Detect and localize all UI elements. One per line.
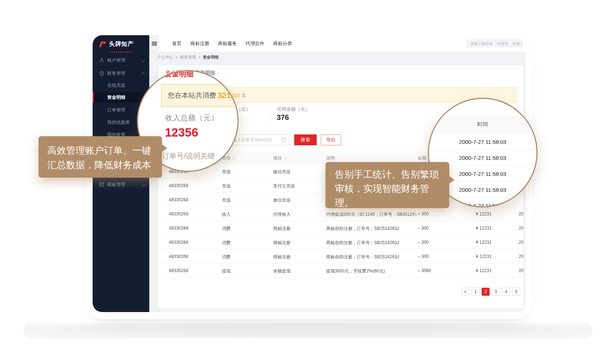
chevron-up-icon <box>142 72 145 76</box>
nav-items: 首页 商标注册 商标服务 代理合作 商标分类 <box>172 40 292 47</box>
chevron-down-icon <box>142 183 145 186</box>
cell-amount: – 300 <box>418 254 429 259</box>
breadcrumb-separator: > <box>175 55 178 60</box>
cell-amount: – 300 <box>418 240 429 245</box>
menu-toggle[interactable] <box>149 35 159 52</box>
cell-desc: 提现3000元，手续费2%(60元) <box>326 268 385 274</box>
sidebar-item-template[interactable]: 模板管理 <box>93 179 149 190</box>
nav-item-trademark-register[interactable]: 商标注册 <box>190 40 209 47</box>
sidebar-item-label: 模板管理 <box>107 182 125 188</box>
cell-balance: ¥ 12231 <box>476 211 491 217</box>
cell-desc: 商标自助注册，订单号：SB2514263J <box>326 254 399 260</box>
cell-order: 48330268 <box>169 197 188 202</box>
logo-text: 头牌知产 <box>109 40 134 48</box>
cell-type: 消费 <box>222 226 231 232</box>
header-amount: 金额 <box>418 155 426 161</box>
cell-balance: ¥ 12231 <box>476 268 491 273</box>
pagination-prev[interactable]: < <box>461 288 469 296</box>
chevron-down-icon <box>142 58 145 62</box>
cell-time: 2000-7-27 11:58:03 <box>519 240 523 245</box>
cell-type: 消费 <box>222 240 231 246</box>
header-desc: 说明 <box>326 155 335 161</box>
cell-balance: ¥ 12231 <box>476 226 491 231</box>
sidebar-item-online-recharge[interactable]: 在线充值 <box>93 80 149 91</box>
laptop-base <box>24 323 592 338</box>
sidebar-item-label: 账户管理 <box>107 57 125 64</box>
callout-right-line3: 理。 <box>335 196 440 210</box>
table-row: 48330268 提现 余额提现 提现3000元，手续费2%(60元) – 30… <box>158 263 523 278</box>
cell-balance: ¥ 12231 <box>476 254 491 259</box>
cell-order: 48330268 <box>169 240 188 245</box>
sidebar-item-label: 财务管理 <box>107 70 125 77</box>
breadcrumb: 个人中心 > 财务管理 > 资金明细 <box>149 52 526 63</box>
cell-type: 充值 <box>222 197 231 203</box>
pagination: < 1 2 3 4 5 <box>461 288 520 296</box>
cell-order: 48330268 <box>169 183 188 188</box>
sidebar-item-account[interactable]: 账户管理 <box>93 55 149 66</box>
pagination-page-2-active[interactable]: 2 <box>482 288 490 296</box>
magnified-income-value: 12356 <box>165 126 198 139</box>
callout-left: 高效管理账户订单、一键 汇总数据，降低财务成本 <box>38 136 162 178</box>
callout-right-line1: 告别手工统计、告别繁琐 <box>335 167 440 182</box>
hamburger-icon <box>152 42 157 45</box>
cell-project: 微信充值 <box>273 169 291 175</box>
cell-desc: 商标自助注册，订单号：SB2514263J <box>326 240 399 246</box>
stat-balance-value: 376 <box>277 113 289 122</box>
cell-type: 提现 <box>222 268 231 274</box>
table-row: 48330268 消费 商标注册 商标自助注册，订单号：SB2514263J –… <box>158 235 523 249</box>
magnified-time-header: 时间 <box>429 114 536 134</box>
callout-right: 告别手工统计、告别繁琐 审核，实现智能财务管 理。 <box>325 162 449 208</box>
pagination-page-1[interactable]: 1 <box>471 288 479 296</box>
cell-project: 商标注册 <box>273 240 291 246</box>
cell-amount: + 300 <box>418 211 429 217</box>
cell-project: 支付宝充值 <box>273 183 295 189</box>
cell-amount: – 300 <box>418 226 429 231</box>
callout-right-line2: 审核，实现智能财务管 <box>335 182 440 196</box>
cell-time: 2000-7-27 11:58:03 <box>519 226 523 231</box>
finance-icon <box>99 71 104 76</box>
export-button[interactable]: 导出 <box>321 134 341 145</box>
stat-balance-label: 可用余额（元） <box>277 106 310 113</box>
template-icon <box>99 182 104 187</box>
search-button[interactable]: 搜索 <box>294 134 317 145</box>
logo-subtext <box>109 52 132 53</box>
callout-left-line1: 高效管理账户订单、一键 <box>47 143 153 158</box>
nav-item-agency[interactable]: 代理合作 <box>246 40 264 47</box>
user-icon <box>99 58 104 63</box>
cell-type: 充值 <box>222 169 231 175</box>
sort-caret-icon <box>284 156 287 159</box>
nav-item-trademark-service[interactable]: 商标服务 <box>218 40 237 47</box>
pagination-page-5[interactable]: 5 <box>512 288 520 296</box>
pagination-page-4[interactable]: 4 <box>502 288 510 296</box>
cell-order: 48330268 <box>169 268 188 273</box>
magnified-income-label: 收入总额（元） <box>165 113 219 123</box>
cell-time: 2000-7-27 11:58:03 <box>519 211 523 217</box>
cell-type: 充值 <box>222 183 231 189</box>
cell-type: 收入 <box>222 211 231 218</box>
cell-time: 2000-7-27 11:58:03 <box>519 254 523 259</box>
cell-project: 商标注册 <box>273 226 291 232</box>
breadcrumb-item[interactable]: 个人中心 <box>157 54 173 60</box>
cell-order: 48330268 <box>169 211 188 217</box>
trademark-search-input[interactable] <box>467 39 522 48</box>
cell-time: 2000-7-27 11:58:03 <box>519 268 523 273</box>
logo[interactable]: 头牌知产 <box>99 40 134 48</box>
breadcrumb-item[interactable]: 财务管理 <box>180 54 196 60</box>
logo-icon <box>99 41 107 48</box>
cell-amount: – 3060 <box>418 268 431 273</box>
pagination-page-3[interactable]: 3 <box>492 288 500 296</box>
nav-item-home[interactable]: 首页 <box>172 40 182 47</box>
sidebar-item-finance[interactable]: 财务管理 <box>93 68 149 79</box>
callout-left-line2: 汇总数据，降低财务成本 <box>47 158 153 172</box>
cell-project: 微信充值 <box>273 197 291 203</box>
cell-project: 余额提现 <box>273 268 291 274</box>
cell-desc: 代理提成300元（ID:1245，订单号：SB45124） <box>326 211 419 218</box>
calendar-icon[interactable] <box>281 138 286 142</box>
header-project[interactable]: 项目 <box>273 155 286 161</box>
nav-item-trademark-category[interactable]: 商标分类 <box>273 40 292 47</box>
table-row: 48330268 消费 商标注册 商标自助注册，订单号：SB2514263J –… <box>158 249 523 263</box>
cell-desc: 商标自助注册，订单号：SB2514263J <box>326 226 399 232</box>
marketing-screenshot: 头牌知产 账户管理 财务管理 在线充值 <box>0 0 616 364</box>
top-navbar: 首页 商标注册 商标服务 代理合作 商标分类 <box>149 35 526 52</box>
banner-text: 820 元 <box>232 92 246 99</box>
